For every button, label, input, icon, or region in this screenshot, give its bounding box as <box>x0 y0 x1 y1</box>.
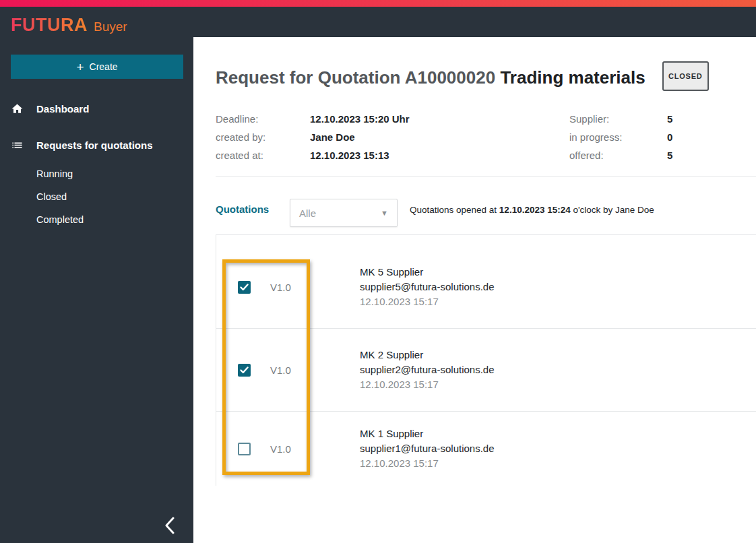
quotation-version: V1.0 <box>270 443 360 455</box>
supplier-email: supplier1@futura-solutions.de <box>360 441 495 456</box>
meta-value: 5 <box>667 146 672 164</box>
quotations-list: V1.0 MK 5 Supplier supplier5@futura-solu… <box>216 234 756 486</box>
meta-label: created at: <box>216 146 310 164</box>
sidebar-subnav: Running Closed Completed <box>0 162 193 231</box>
supplier-info: MK 5 Supplier supplier5@futura-solutions… <box>360 265 495 309</box>
create-button-label: Create <box>90 61 118 72</box>
sidebar: FUTURABuyer + Create Dashboard Requests … <box>0 7 193 543</box>
filter-selected-value: Alle <box>299 207 316 219</box>
rfq-title-prefix: Request for Quotation A10000020 <box>216 67 495 88</box>
sidebar-item-label: Requests for quotations <box>36 139 153 151</box>
meta-value: Jane Doe <box>310 128 355 146</box>
checkmark-icon <box>240 284 249 291</box>
create-button[interactable]: + Create <box>11 55 183 79</box>
chevron-left-icon <box>162 515 177 536</box>
meta-right-column: Supplier: 5 in progress: 0 offered: 5 <box>569 110 672 164</box>
logo-product-text: Buyer <box>94 20 127 34</box>
supplier-name: MK 2 Supplier <box>360 348 495 362</box>
sidebar-item-completed[interactable]: Completed <box>0 208 193 231</box>
opened-status-suffix: o'clock by Jane Doe <box>571 205 654 215</box>
meta-row-created-by: created by: Jane Doe <box>216 128 410 146</box>
quotation-checkbox[interactable] <box>238 364 251 377</box>
sidebar-item-closed[interactable]: Closed <box>0 185 193 208</box>
sidebar-nav: Dashboard Requests for quotations Runnin… <box>0 94 193 231</box>
supplier-name: MK 5 Supplier <box>360 265 495 280</box>
meta-left-column: Deadline: 12.10.2023 15:20 Uhr created b… <box>216 110 410 164</box>
supplier-info: MK 1 Supplier supplier1@futura-solutions… <box>360 426 495 471</box>
top-gradient-strip <box>0 0 756 7</box>
supplier-email: supplier5@futura-solutions.de <box>360 280 495 294</box>
sidebar-collapse-button[interactable] <box>156 512 183 539</box>
opened-status-time: 12.10.2023 15:24 <box>499 205 571 215</box>
quotations-section-label: Quotations <box>216 203 269 215</box>
meta-row-supplier: Supplier: 5 <box>569 110 672 128</box>
quotations-filter-dropdown[interactable]: Alle ▼ <box>290 199 398 227</box>
quotations-opened-status: Quotations opened at 12.10.2023 15:24 o'… <box>410 205 654 215</box>
meta-label: in progress: <box>569 128 667 146</box>
opened-status-prefix: Quotations opened at <box>410 205 499 215</box>
meta-value: 0 <box>667 128 672 146</box>
quotation-checkbox[interactable] <box>238 443 251 455</box>
quotation-row: V1.0 MK 5 Supplier supplier5@futura-solu… <box>216 246 756 329</box>
home-icon <box>11 102 24 115</box>
supplier-name: MK 1 Supplier <box>360 426 495 441</box>
sidebar-item-dashboard[interactable]: Dashboard <box>0 94 193 123</box>
plus-icon: + <box>76 61 84 73</box>
sidebar-item-requests-for-quotations[interactable]: Requests for quotations <box>0 130 193 160</box>
meta-label: created by: <box>216 128 310 146</box>
meta-value: 5 <box>667 110 672 128</box>
app-logo: FUTURABuyer <box>0 7 193 36</box>
quotation-row: V1.0 MK 1 Supplier supplier1@futura-solu… <box>216 412 756 486</box>
quotation-checkbox[interactable] <box>238 281 251 294</box>
rfq-title-name: Trading materials <box>500 67 645 88</box>
meta-value: 12.10.2023 15:20 Uhr <box>310 110 410 128</box>
meta-label: offered: <box>569 146 667 164</box>
quotation-date: 12.10.2023 15:17 <box>360 456 495 471</box>
sidebar-item-running[interactable]: Running <box>0 162 193 185</box>
meta-row-in-progress: in progress: 0 <box>569 128 672 146</box>
quotation-row: V1.0 MK 2 Supplier supplier2@futura-solu… <box>216 329 756 412</box>
status-badge: CLOSED <box>662 61 709 91</box>
checkmark-icon <box>240 366 249 374</box>
quotation-version: V1.0 <box>270 282 360 293</box>
meta-value: 12.10.2023 15:13 <box>310 146 389 164</box>
meta-row-deadline: Deadline: 12.10.2023 15:20 Uhr <box>216 110 410 128</box>
quotation-date: 12.10.2023 15:17 <box>360 294 495 309</box>
quotation-date: 12.10.2023 15:17 <box>360 377 495 392</box>
logo-brand-text: FUTURA <box>11 15 88 35</box>
meta-label: Supplier: <box>569 110 667 128</box>
list-icon <box>11 139 24 152</box>
meta-label: Deadline: <box>216 110 310 128</box>
chevron-down-icon: ▼ <box>381 209 388 217</box>
page-title: Request for Quotation A10000020 Trading … <box>216 64 756 94</box>
quotation-version: V1.0 <box>270 364 360 376</box>
meta-row-offered: offered: 5 <box>569 146 672 164</box>
supplier-info: MK 2 Supplier supplier2@futura-solutions… <box>360 348 495 392</box>
section-divider <box>216 177 756 177</box>
meta-row-created-at: created at: 12.10.2023 15:13 <box>216 146 410 164</box>
supplier-email: supplier2@futura-solutions.de <box>360 362 495 377</box>
sidebar-item-label: Dashboard <box>36 103 89 115</box>
main-content: Request for Quotation A10000020 Trading … <box>193 37 756 543</box>
